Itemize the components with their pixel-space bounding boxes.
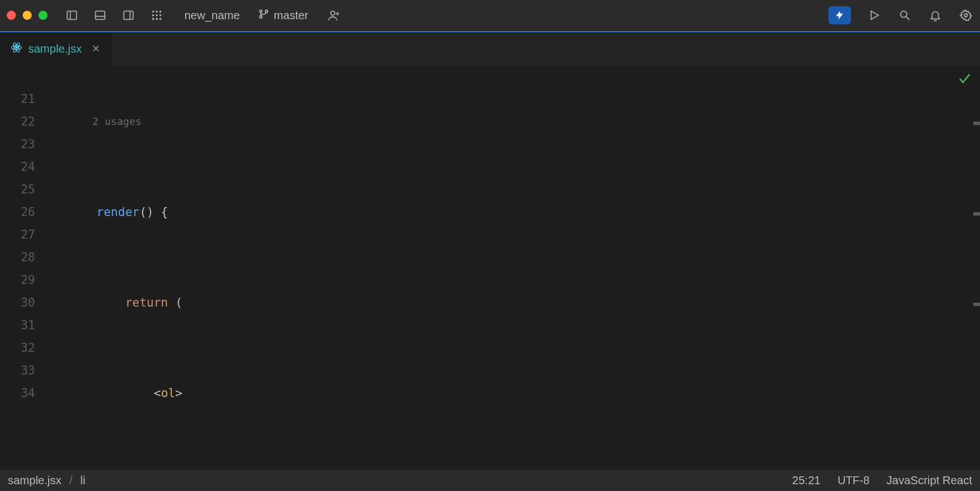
bell-icon[interactable] (928, 8, 943, 23)
title-right-actions (828, 6, 973, 24)
code-area[interactable]: 2 usages render() { return ( <ol> {this.… (41, 65, 980, 470)
title-bar: new_name master (0, 0, 980, 31)
project-name[interactable]: new_name (184, 9, 240, 22)
breadcrumb-element: li (80, 474, 85, 487)
svg-rect-2 (96, 11, 105, 20)
svg-point-11 (160, 14, 162, 16)
svg-point-13 (156, 18, 158, 20)
line-number: 32 (0, 337, 35, 359)
branch-icon (258, 8, 269, 23)
svg-line-23 (906, 17, 910, 20)
status-right: 25:21 UTF-8 JavaScript React (792, 474, 972, 487)
svg-rect-4 (124, 11, 134, 20)
svg-point-10 (156, 14, 158, 16)
breadcrumb-file: sample.jsx (8, 474, 61, 487)
search-icon[interactable] (897, 8, 912, 23)
file-language[interactable]: JavaScript React (887, 474, 972, 487)
minimize-window-button[interactable] (23, 11, 32, 20)
line-number: 21 (0, 88, 35, 110)
window-controls (7, 11, 48, 20)
svg-point-6 (152, 11, 154, 13)
maximize-window-button[interactable] (38, 11, 48, 20)
git-branch[interactable]: master (258, 8, 308, 23)
usages-hint[interactable]: 2 usages (41, 110, 980, 133)
line-number: 24 (0, 156, 35, 178)
svg-point-22 (901, 11, 907, 18)
run-icon[interactable] (867, 8, 882, 23)
line-number: 33 (0, 359, 35, 382)
panel-bottom-icon[interactable] (93, 8, 108, 23)
scrollbar-marker[interactable] (973, 212, 980, 216)
svg-marker-21 (871, 11, 879, 20)
line-number: 29 (0, 269, 35, 291)
line-number: 25 (0, 178, 35, 201)
code-line: <ol> (41, 382, 980, 404)
line-number: 23 (0, 133, 35, 156)
line-number: 30 (0, 291, 35, 314)
svg-point-7 (156, 11, 158, 13)
cursor-position[interactable]: 25:21 (792, 474, 820, 487)
tab-sample-jsx[interactable]: sample.jsx ✕ (0, 32, 111, 65)
svg-point-8 (160, 11, 162, 13)
svg-point-15 (260, 10, 262, 12)
panel-right-icon[interactable] (121, 8, 136, 23)
layout-toggles (65, 8, 164, 23)
branch-name: master (274, 9, 308, 22)
line-number: 28 (0, 246, 35, 269)
breadcrumb-separator: / (69, 474, 72, 487)
tab-filename: sample.jsx (28, 42, 81, 55)
svg-point-17 (265, 10, 268, 12)
line-number: 34 (0, 382, 35, 404)
svg-point-16 (260, 15, 262, 18)
close-window-button[interactable] (7, 11, 16, 20)
close-tab-icon[interactable]: ✕ (92, 42, 100, 55)
svg-point-25 (15, 46, 18, 49)
editor[interactable]: 21 22 23 24 25 26 27 28 29 30 31 32 33 3… (0, 65, 980, 470)
scrollbar-marker[interactable] (973, 303, 980, 306)
svg-rect-0 (67, 11, 77, 20)
scrollbar-marker[interactable] (973, 122, 980, 125)
line-number: 26 (0, 201, 35, 223)
svg-point-24 (964, 14, 968, 17)
status-bar: sample.jsx / li 25:21 UTF-8 JavaScript R… (0, 470, 980, 491)
line-gutter: 21 22 23 24 25 26 27 28 29 30 31 32 33 3… (0, 65, 41, 404)
svg-point-14 (160, 18, 162, 20)
line-number: 22 (0, 110, 35, 133)
code-line: render() { (41, 201, 980, 223)
svg-point-18 (330, 11, 334, 15)
line-number: 31 (0, 314, 35, 337)
svg-point-9 (152, 14, 154, 16)
bolt-action-button[interactable] (828, 6, 851, 24)
react-icon (10, 41, 23, 57)
add-user-icon[interactable] (326, 8, 341, 23)
svg-point-12 (152, 18, 154, 20)
line-number: 27 (0, 223, 35, 246)
tab-bar: sample.jsx ✕ (0, 31, 980, 65)
panel-left-icon[interactable] (65, 8, 79, 23)
gear-icon[interactable] (958, 8, 973, 23)
apps-grid-icon[interactable] (149, 8, 164, 23)
file-encoding[interactable]: UTF-8 (837, 474, 870, 487)
breadcrumb[interactable]: sample.jsx / li (8, 474, 85, 487)
code-line: return ( (41, 291, 980, 314)
